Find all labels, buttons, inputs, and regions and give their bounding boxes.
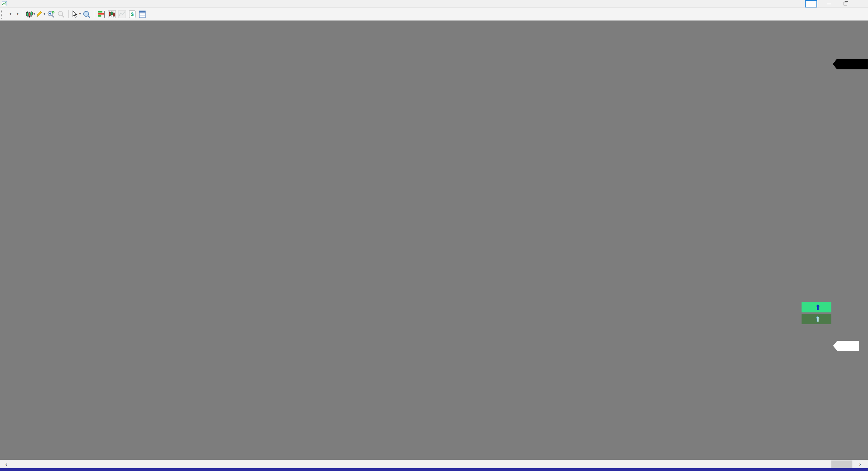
chevron-down-icon: ▼ [16,13,19,16]
minimize-icon [827,4,831,4]
indicator-value-tag [833,341,859,351]
restore-icon [844,2,847,5]
toolbar-grip[interactable] [1,10,4,19]
cursor-icon [71,11,79,18]
toolbar-separator [94,10,94,18]
account-dollar-icon: $ [129,10,136,18]
chart-toolbar: ▼ ▼ ▼ ▼ [0,7,868,21]
scrollbar-thumb[interactable] [831,460,852,468]
chevron-down-icon: ▼ [9,13,12,16]
interval-selector[interactable]: ▼ [13,12,20,17]
chevron-down-icon: ▼ [33,13,36,16]
chart-plot-area[interactable] [0,0,868,471]
data-box-icon [82,10,91,18]
scroll-right-icon[interactable]: › [859,461,861,467]
chart-window-icon [2,1,7,6]
last-price-tag [833,59,868,69]
cursor-button[interactable]: ▼ [71,9,81,19]
close-button[interactable] [857,1,866,7]
region-highlight-button[interactable] [117,9,127,19]
data-box-button[interactable] [81,9,92,19]
major-divergence-badge: ⬆ [802,302,831,312]
region-highlight-icon [118,10,126,18]
market-analyzer-icon [98,10,106,18]
ninjatrader-chart-window: ▼ ▼ ▼ ▼ [0,0,868,471]
panel-properties-button[interactable] [137,9,147,19]
instrument-selector[interactable]: ▼ [6,12,13,17]
intermediate-divergence-badge: ⬆ [802,314,831,324]
drawing-pencil-icon [36,10,43,18]
market-analyzer-button[interactable] [97,9,107,19]
minimize-button[interactable] [825,1,833,7]
chevron-down-icon: ▼ [43,13,46,16]
layout-button[interactable] [805,0,817,7]
taskbar-edge-strip [0,468,868,471]
drawing-tools-button[interactable]: ▼ [36,9,46,19]
title-bar[interactable] [0,0,868,7]
account-dollar-button[interactable]: $ [127,9,137,19]
chart-trader-button[interactable] [107,9,117,19]
chevron-down-icon: ▼ [79,13,81,16]
toolbar-separator [68,10,69,18]
up-arrow-icon: ⬆ [815,303,821,311]
scroll-left-icon[interactable]: ‹ [5,461,7,467]
zoom-in-icon [47,10,55,18]
restore-button[interactable] [841,1,850,7]
panel-properties-icon [139,10,146,18]
toolbar-separator [23,10,23,18]
zoom-out-button[interactable] [56,9,66,19]
zoom-out-icon [57,10,65,18]
bar-style-icon [25,10,33,18]
bar-style-button[interactable]: ▼ [25,9,36,19]
svg-text:$: $ [131,11,134,17]
chart-trader-icon [108,10,116,18]
up-arrow-icon: ⬆ [815,315,821,323]
horizontal-scrollbar[interactable]: ‹ › [0,460,868,468]
zoom-in-button[interactable] [46,9,56,19]
